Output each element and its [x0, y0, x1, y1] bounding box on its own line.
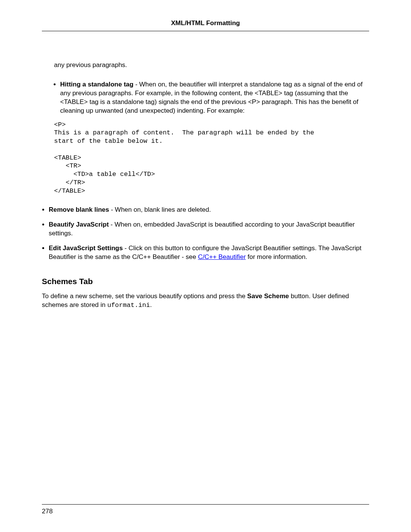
- bullet-edit-javascript-settings: Edit JavaScript Settings - Click on this…: [49, 244, 369, 262]
- bullet-text: - When on, blank lines are deleted.: [109, 206, 211, 213]
- bullet-label: Hitting a standalone tag: [60, 81, 134, 88]
- outer-bullet-list: Remove blank lines - When on, blank line…: [42, 206, 369, 262]
- bullet-label: Beautify JavaScript: [49, 221, 109, 228]
- bullet-beautify-javascript: Beautify JavaScript - When on, embedded …: [49, 220, 369, 238]
- uformat-ini-filename: uformat.ini: [107, 302, 150, 309]
- page-number: 278: [42, 507, 53, 516]
- section-heading-schemes: Schemes Tab: [42, 276, 369, 287]
- bullet-standalone-tag: Hitting a standalone tag - When on, the …: [60, 80, 369, 115]
- continuation-text: any previous paragraphs.: [54, 61, 369, 70]
- page-header-title: XML/HTML Formatting: [42, 19, 369, 28]
- bullet-label: Edit JavaScript Settings: [49, 244, 123, 252]
- nested-bullet-list: Hitting a standalone tag - When on, the …: [42, 80, 369, 115]
- bullet-label: Remove blank lines: [49, 206, 109, 213]
- bullet-remove-blank-lines: Remove blank lines - When on, blank line…: [49, 206, 369, 214]
- para-text-end: .: [150, 301, 152, 308]
- header-divider: [42, 31, 369, 31]
- bullet-text-after: for more information.: [246, 253, 307, 260]
- para-text-before: To define a new scheme, set the various …: [42, 292, 247, 300]
- save-scheme-label: Save Scheme: [247, 292, 289, 300]
- cpp-beautifier-link[interactable]: C/C++ Beautifier: [198, 253, 246, 260]
- footer-divider: [42, 504, 369, 505]
- document-page: XML/HTML Formatting any previous paragra…: [0, 0, 411, 532]
- code-example: <P> This is a paragraph of content. The …: [54, 121, 369, 195]
- schemes-paragraph: To define a new scheme, set the various …: [42, 292, 369, 310]
